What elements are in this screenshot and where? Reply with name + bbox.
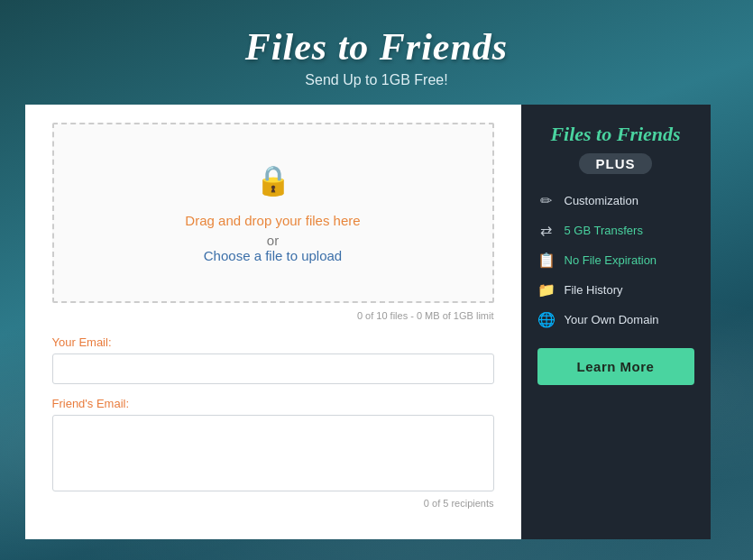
recipient-count: 0 of 5 recipients [52,498,494,509]
history-icon: 📁 [537,281,556,298]
feature-history: 📁 File History [537,281,694,298]
learn-more-button[interactable]: Learn More [537,348,694,385]
page-header: Files to Friends Send Up to 1GB Free! [245,0,508,105]
feature-domain-text: Your Own Domain [565,313,659,326]
no-expiry-icon: 📋 [537,252,556,269]
your-email-input[interactable] [52,353,494,384]
lock-icon: 🔒 [255,163,291,197]
main-container: 🔒 Drag and drop your files here or Choos… [25,105,729,539]
dropzone[interactable]: 🔒 Drag and drop your files here or Choos… [52,123,494,303]
upload-panel: 🔒 Drag and drop your files here or Choos… [25,105,521,539]
plus-title: Files to Friends [537,123,694,146]
feature-list: ✏ Customization ⇄ 5 GB Transfers 📋 No Fi… [537,192,694,328]
customization-icon: ✏ [537,192,556,209]
feature-5gb: ⇄ 5 GB Transfers [537,222,694,239]
plus-badge: PLUS [579,153,651,174]
friends-email-input[interactable] [52,415,494,491]
feature-customization: ✏ Customization [537,192,694,209]
your-email-label: Your Email: [52,335,494,349]
feature-domain: 🌐 Your Own Domain [537,311,694,328]
friends-email-label: Friend's Email: [52,397,494,410]
friends-email-group: Friend's Email: 0 of 5 recipients [52,397,494,509]
plus-panel: Files to Friends PLUS ✏ Customization ⇄ … [521,105,711,539]
feature-no-expiry-text: No File Expiration [565,253,657,267]
domain-icon: 🌐 [537,311,556,328]
feature-5gb-text: 5 GB Transfers [565,224,643,237]
email-group: Your Email: [52,335,494,384]
feature-history-text: File History [565,283,623,297]
file-limit-text: 0 of 10 files - 0 MB of 1GB limit [52,310,494,321]
feature-no-expiration: 📋 No File Expiration [537,252,694,269]
page-subtitle: Send Up to 1GB Free! [245,72,508,88]
page-title: Files to Friends [245,25,508,69]
feature-customization-text: Customization [565,194,638,207]
transfer-icon: ⇄ [537,222,556,239]
choose-file-link[interactable]: Choose a file to upload [204,248,342,263]
drop-text-line1: Drag and drop your files here [185,208,360,233]
drop-or-text: or [267,233,279,248]
